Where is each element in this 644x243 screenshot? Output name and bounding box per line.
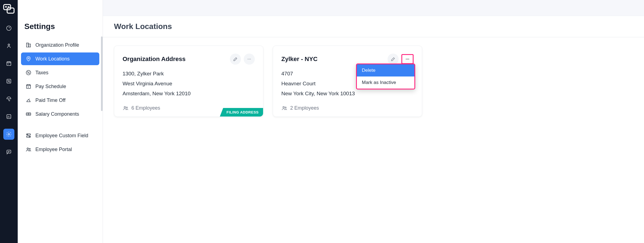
rail-calendar-icon[interactable] bbox=[3, 58, 14, 69]
address-line: 1300, Zylker Park bbox=[123, 71, 255, 77]
pencil-icon bbox=[233, 57, 238, 62]
svg-rect-5 bbox=[7, 62, 11, 66]
app-icon-rail bbox=[0, 0, 18, 243]
svg-point-24 bbox=[27, 134, 28, 135]
people-icon bbox=[123, 105, 129, 111]
card-title: Zylker - NYC bbox=[281, 56, 318, 63]
sidebar-item-employee-custom-field[interactable]: Employee Custom Field bbox=[21, 129, 99, 142]
employee-count-label: 2 Employees bbox=[290, 105, 319, 111]
employee-count: 2 Employees bbox=[281, 105, 319, 111]
sidebar-item-work-locations[interactable]: Work Locations bbox=[21, 52, 99, 65]
main-area: Work Locations Organization Address 1300… bbox=[103, 0, 644, 243]
more-button-highlighted[interactable] bbox=[401, 54, 414, 64]
svg-point-4 bbox=[8, 44, 10, 46]
card-title: Organization Address bbox=[123, 56, 186, 63]
rail-people-icon[interactable] bbox=[3, 40, 14, 51]
rail-percent-icon[interactable] bbox=[3, 76, 14, 87]
filing-address-badge: FILING ADDRESS bbox=[220, 108, 263, 117]
location-card-zylker-nyc: Zylker - NYC 4707 Heavner Court New York… bbox=[273, 46, 422, 117]
svg-point-8 bbox=[9, 82, 10, 82]
svg-point-14 bbox=[28, 58, 29, 59]
page-title: Work Locations bbox=[114, 22, 633, 31]
more-horizontal-icon bbox=[405, 57, 410, 62]
page-header: Work Locations bbox=[103, 16, 644, 37]
svg-point-33 bbox=[406, 59, 406, 59]
svg-point-35 bbox=[408, 59, 409, 59]
address-line: Amsterdam, New York 12010 bbox=[123, 91, 255, 97]
svg-text:$: $ bbox=[28, 86, 29, 88]
address-line: West Virginia Avenue bbox=[123, 81, 255, 87]
dropdown-item-delete[interactable]: Delete bbox=[357, 64, 414, 76]
card-actions-dropdown: Delete Mark as Inactive bbox=[356, 64, 415, 89]
rail-dashboard-icon[interactable] bbox=[3, 23, 14, 34]
sidebar-item-label: Paid Time Off bbox=[35, 97, 66, 103]
dropdown-item-mark-inactive[interactable]: Mark as Inactive bbox=[357, 76, 414, 89]
sidebar-scrollbar[interactable] bbox=[101, 36, 103, 111]
svg-rect-11 bbox=[7, 150, 11, 153]
svg-point-27 bbox=[29, 148, 30, 149]
svg-point-10 bbox=[8, 133, 10, 135]
edit-button[interactable] bbox=[388, 54, 399, 65]
svg-point-30 bbox=[250, 59, 251, 59]
sidebar-item-pay-schedule[interactable]: $ Pay Schedule bbox=[21, 80, 99, 93]
svg-point-29 bbox=[249, 59, 250, 59]
sidebar-item-label: Taxes bbox=[35, 70, 48, 76]
sidebar-item-label: Work Locations bbox=[35, 56, 70, 62]
sidebar-item-taxes[interactable]: Taxes bbox=[21, 66, 99, 79]
svg-point-31 bbox=[124, 107, 126, 108]
svg-point-16 bbox=[27, 72, 28, 72]
settings-sidebar: Settings Organization Profile Work Locat… bbox=[18, 0, 103, 243]
employee-count: 6 Employees bbox=[123, 105, 160, 111]
svg-point-36 bbox=[283, 107, 285, 108]
sidebar-item-organization-profile[interactable]: Organization Profile bbox=[21, 39, 99, 51]
sidebar-item-label: Employee Custom Field bbox=[35, 133, 88, 139]
svg-point-28 bbox=[248, 59, 248, 59]
people-icon bbox=[281, 105, 287, 111]
rail-chat-icon[interactable] bbox=[3, 146, 14, 157]
sidebar-item-label: Pay Schedule bbox=[35, 84, 66, 89]
pencil-icon bbox=[391, 57, 396, 62]
svg-point-32 bbox=[126, 107, 128, 108]
sidebar-item-paid-time-off[interactable]: Paid Time Off bbox=[21, 94, 99, 107]
svg-rect-13 bbox=[28, 44, 30, 47]
svg-point-21 bbox=[28, 113, 29, 115]
sidebar-item-salary-components[interactable]: Salary Components bbox=[21, 108, 99, 120]
address-line: New York City, New York 10013 bbox=[281, 91, 414, 97]
sidebar-item-label: Organization Profile bbox=[35, 42, 79, 48]
svg-point-34 bbox=[407, 59, 408, 59]
svg-point-1 bbox=[6, 6, 6, 7]
employee-count-label: 6 Employees bbox=[131, 105, 160, 111]
more-horizontal-icon bbox=[247, 57, 252, 62]
edit-button[interactable] bbox=[230, 54, 241, 65]
svg-point-25 bbox=[29, 136, 30, 137]
rail-umbrella-icon[interactable] bbox=[3, 93, 14, 104]
top-bar bbox=[103, 0, 644, 16]
sidebar-item-label: Salary Components bbox=[35, 111, 79, 117]
svg-point-7 bbox=[8, 80, 8, 81]
more-button[interactable] bbox=[244, 54, 255, 65]
rail-settings-icon[interactable] bbox=[3, 129, 14, 140]
location-card-organization-address: Organization Address 1300, Zylker Park W… bbox=[114, 46, 263, 117]
svg-point-37 bbox=[285, 107, 286, 108]
svg-point-17 bbox=[29, 73, 30, 74]
settings-heading: Settings bbox=[18, 22, 103, 39]
svg-point-26 bbox=[27, 148, 29, 150]
sidebar-item-label: Employee Portal bbox=[35, 147, 72, 152]
svg-point-3 bbox=[7, 26, 11, 31]
rail-reports-icon[interactable] bbox=[3, 111, 14, 122]
app-logo-icon[interactable] bbox=[2, 2, 16, 16]
sidebar-item-employee-portal[interactable]: Employee Portal bbox=[21, 143, 99, 156]
